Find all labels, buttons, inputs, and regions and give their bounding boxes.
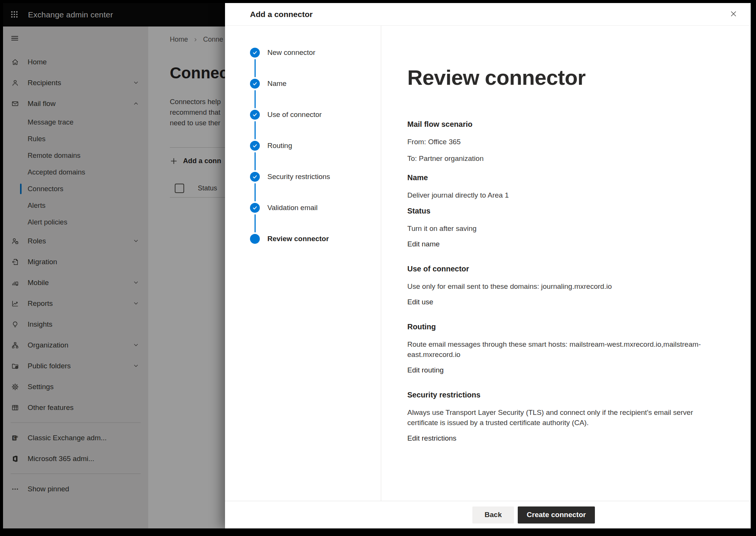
wizard-step-label: Name <box>267 79 287 89</box>
review-field-value: Route email messages through these smart… <box>407 339 710 360</box>
step-connector-line <box>255 152 256 170</box>
wizard-step-validation-email[interactable]: Validation email <box>225 203 381 234</box>
step-connector-line <box>255 90 256 108</box>
step-complete-check-icon <box>250 48 260 58</box>
step-connector-line <box>255 183 256 201</box>
review-section-mail-flow-scenario: Mail flow scenarioFrom: Office 365To: Pa… <box>407 120 710 164</box>
review-section-security-restrictions: Security restrictionsAlways use Transpor… <box>407 391 710 449</box>
edit-use-link[interactable]: Edit use <box>407 298 433 306</box>
review-field-label: Name <box>407 173 710 182</box>
edit-name-link[interactable]: Edit name <box>407 240 440 248</box>
edit-restrictions-link[interactable]: Edit restrictions <box>407 434 456 443</box>
panel-header: Add a connector <box>225 3 751 26</box>
wizard-step-use-of-connector[interactable]: Use of connector <box>225 110 381 141</box>
panel-body: New connectorNameUse of connectorRouting… <box>225 26 751 501</box>
review-heading: Review connector <box>407 65 728 90</box>
wizard-step-review-connector[interactable]: Review connector <box>225 234 381 265</box>
review-field-label: Mail flow scenario <box>407 120 710 129</box>
wizard-step-label: Validation email <box>267 203 318 213</box>
step-complete-check-icon <box>250 172 260 182</box>
back-button[interactable]: Back <box>472 506 514 524</box>
review-section-routing: RoutingRoute email messages through thes… <box>407 323 710 381</box>
step-complete-check-icon <box>250 203 260 213</box>
wizard-step-label: New connector <box>267 48 315 58</box>
wizard-step-new-connector[interactable]: New connector <box>225 48 381 79</box>
wizard-step-name[interactable]: Name <box>225 79 381 110</box>
add-connector-panel: Add a connector New connectorNameUse of … <box>225 3 751 528</box>
review-field-label: Security restrictions <box>407 391 710 399</box>
screenshot-frame: Exchange admin center HomeRecipientsMail… <box>0 0 756 536</box>
step-complete-check-icon <box>250 110 260 120</box>
step-complete-check-icon <box>250 141 260 151</box>
step-connector-line <box>255 121 256 139</box>
step-connector-line <box>255 59 256 77</box>
close-icon <box>730 10 737 19</box>
review-field-value: From: Office 365 <box>407 137 710 147</box>
wizard-steps: New connectorNameUse of connectorRouting… <box>225 26 381 501</box>
review-field-label: Status <box>407 207 710 215</box>
wizard-step-label: Routing <box>267 141 292 151</box>
close-button[interactable] <box>727 8 739 20</box>
review-field-value: Deliver journal directly to Area 1 <box>407 190 710 200</box>
review-field-label: Use of connector <box>407 265 710 273</box>
wizard-step-routing[interactable]: Routing <box>225 141 381 172</box>
edit-routing-link[interactable]: Edit routing <box>407 366 444 374</box>
review-field-value: Always use Transport Layer Security (TLS… <box>407 407 710 428</box>
create-connector-button[interactable]: Create connector <box>518 506 595 524</box>
review-section-name: NameDeliver journal directly to Area 1St… <box>407 173 710 255</box>
exchange-admin-app: Exchange admin center HomeRecipientsMail… <box>3 3 751 528</box>
step-connector-line <box>255 214 256 232</box>
review-sections: Mail flow scenarioFrom: Office 365To: Pa… <box>407 120 728 449</box>
review-content: Review connector Mail flow scenarioFrom:… <box>381 26 751 501</box>
wizard-step-label: Security restrictions <box>267 172 330 182</box>
review-field-label: Routing <box>407 323 710 331</box>
wizard-step-security-restrictions[interactable]: Security restrictions <box>225 172 381 203</box>
panel-footer: Back Create connector <box>225 501 751 528</box>
step-complete-check-icon <box>250 79 260 89</box>
review-field-value: Turn it on after saving <box>407 223 710 234</box>
review-section-use-of-connector: Use of connectorUse only for email sent … <box>407 265 710 313</box>
panel-title: Add a connector <box>250 10 313 19</box>
wizard-step-label: Review connector <box>267 234 329 244</box>
step-current-dot-icon <box>250 234 260 244</box>
wizard-step-label: Use of connector <box>267 110 322 120</box>
review-field-value: To: Partner organization <box>407 153 710 164</box>
review-field-value: Use only for email sent to these domains… <box>407 281 710 291</box>
